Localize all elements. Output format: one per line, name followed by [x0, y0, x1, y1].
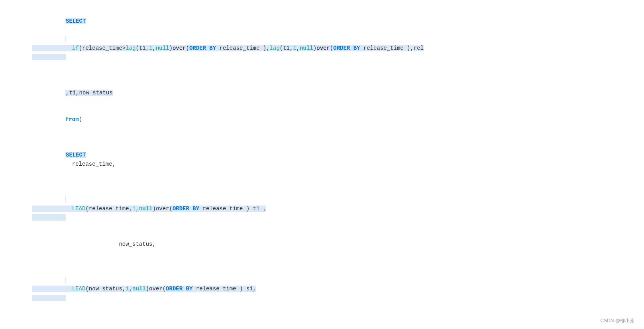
- code-line-4: SELECT release_time,: [32, 133, 636, 177]
- code-editor: SELECT if(release_time>lag(t1,1,null)ove…: [0, 0, 644, 329]
- code-line-1: SELECT if(release_time>lag(t1,1,null)ove…: [32, 8, 636, 70]
- code-block: SELECT if(release_time>lag(t1,1,null)ove…: [24, 4, 644, 329]
- code-line-5: LEAD(release_time,1,null)over(ORDER BY r…: [32, 177, 636, 231]
- code-line-8: if(now_status=LEAD(now_status,1,null)ove…: [32, 311, 636, 329]
- code-line-7: LEAD(now_status,1,null)over(ORDER BY rel…: [32, 258, 636, 311]
- code-line-6: now_status,: [32, 231, 636, 258]
- watermark: CSDN @柳小茏: [600, 317, 634, 324]
- code-line-2: ,t1,now_status: [32, 70, 636, 106]
- code-line-3: from(: [32, 106, 636, 133]
